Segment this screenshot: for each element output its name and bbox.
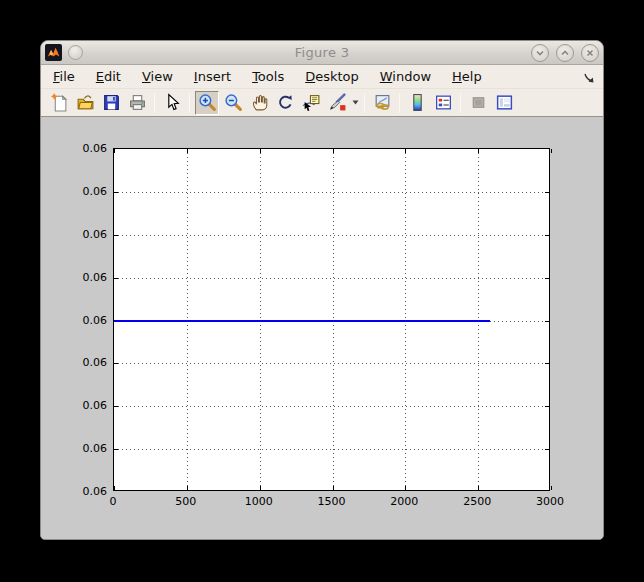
x-tick-bottom (551, 486, 552, 490)
close-icon (585, 48, 595, 58)
y-tick-right (545, 278, 549, 279)
rotate-3d-icon (276, 93, 295, 112)
zoom-out-icon (224, 93, 243, 112)
x-tick-bottom (405, 486, 406, 490)
x-tick-label: 1000 (237, 496, 281, 508)
gridline-horizontal (114, 235, 549, 236)
new-figure-button[interactable] (47, 91, 71, 115)
show-plot-tools-dock-button[interactable] (492, 91, 516, 115)
y-tick-label: 0.06 (77, 443, 107, 455)
maximize-button[interactable] (556, 44, 574, 62)
dock-arrow-icon (582, 71, 595, 84)
x-tick-bottom (333, 486, 334, 490)
gridline-horizontal (114, 363, 549, 364)
gridline-horizontal (114, 449, 549, 450)
x-tick-label: 2000 (382, 496, 426, 508)
link-plot-icon (373, 93, 392, 112)
y-tick-label: 0.06 (77, 315, 107, 327)
zoom-out-button[interactable] (221, 91, 245, 115)
brush-icon (328, 93, 347, 112)
menu-window[interactable]: Window (380, 69, 431, 84)
hide-plot-tools-icon (469, 93, 488, 112)
y-tick-right (545, 363, 549, 364)
save-floppy-icon (102, 93, 121, 112)
edit-plot-pointer-button[interactable] (160, 91, 184, 115)
figure-toolbar (41, 89, 603, 117)
gridline-horizontal (114, 192, 549, 193)
x-tick-top (405, 149, 406, 153)
y-tick-label: 0.06 (77, 400, 107, 412)
printer-icon (128, 93, 147, 112)
menu-insert[interactable]: Insert (194, 69, 231, 84)
y-tick-label: 0.06 (77, 229, 107, 241)
y-tick-left (114, 449, 118, 450)
gridline-horizontal (114, 406, 549, 407)
titlebar[interactable]: Figure 3 (41, 41, 603, 65)
pan-button[interactable] (247, 91, 271, 115)
menu-tools[interactable]: Tools (252, 69, 284, 84)
link-plot-button[interactable] (370, 91, 394, 115)
rotate-3d-button[interactable] (273, 91, 297, 115)
y-tick-left (114, 363, 118, 364)
menu-edit[interactable]: Edit (96, 69, 121, 84)
toolbar-separator (399, 93, 400, 113)
colorbar-icon (408, 93, 427, 112)
figure-canvas[interactable]: 0.060.060.060.060.060.060.060.060.060500… (41, 117, 603, 540)
zoom-in-button[interactable] (195, 91, 219, 115)
x-tick-bottom (260, 486, 261, 490)
y-tick-right (545, 449, 549, 450)
x-tick-top (551, 149, 552, 153)
y-tick-label: 0.06 (77, 186, 107, 198)
window-controls (531, 44, 599, 62)
window-title: Figure 3 (41, 45, 603, 60)
insert-legend-button[interactable] (431, 91, 455, 115)
x-tick-top (478, 149, 479, 153)
zoom-in-icon (198, 93, 217, 112)
y-tick-left (114, 192, 118, 193)
x-tick-top (114, 149, 115, 153)
chevron-up-icon (560, 48, 570, 58)
data-cursor-button[interactable] (299, 91, 323, 115)
x-tick-label: 0 (91, 496, 135, 508)
x-tick-label: 500 (164, 496, 208, 508)
y-tick-right (545, 406, 549, 407)
plot-area[interactable] (113, 148, 550, 491)
dock-figure-button[interactable] (582, 69, 595, 88)
x-tick-top (187, 149, 188, 153)
menu-view[interactable]: View (142, 69, 173, 84)
menubar: FileEditViewInsertToolsDesktopWindowHelp (41, 65, 603, 89)
hide-plot-tools-button[interactable] (466, 91, 490, 115)
open-folder-icon (76, 93, 95, 112)
new-document-icon (50, 93, 69, 112)
minimize-button[interactable] (531, 44, 549, 62)
brush-dropdown-button[interactable] (350, 100, 360, 105)
menu-help[interactable]: Help (452, 69, 482, 84)
menu-desktop[interactable]: Desktop (305, 69, 359, 84)
close-button[interactable] (581, 44, 599, 62)
toolbar-separator (154, 93, 155, 113)
toolbar-separator (364, 93, 365, 113)
y-tick-right (545, 235, 549, 236)
y-tick-right (545, 321, 549, 322)
print-figure-button[interactable] (125, 91, 149, 115)
show-plot-tools-icon (495, 93, 514, 112)
open-file-button[interactable] (73, 91, 97, 115)
y-tick-right (545, 192, 549, 193)
toolbar-separator (189, 93, 190, 113)
chevron-down-icon (535, 48, 545, 58)
y-tick-label: 0.06 (77, 143, 107, 155)
chevron-down-icon (352, 100, 359, 105)
menu-file[interactable]: File (53, 69, 75, 84)
y-tick-label: 0.06 (77, 272, 107, 284)
y-tick-label: 0.06 (77, 357, 107, 369)
x-tick-bottom (187, 486, 188, 490)
x-tick-bottom (478, 486, 479, 490)
x-tick-top (260, 149, 261, 153)
desktop-background: Figure 3 (0, 0, 644, 582)
figure-window: Figure 3 (40, 40, 604, 540)
data-cursor-icon (302, 93, 321, 112)
brush-data-button[interactable] (325, 91, 349, 115)
save-figure-button[interactable] (99, 91, 123, 115)
toolbar-separator (460, 93, 461, 113)
insert-colorbar-button[interactable] (405, 91, 429, 115)
